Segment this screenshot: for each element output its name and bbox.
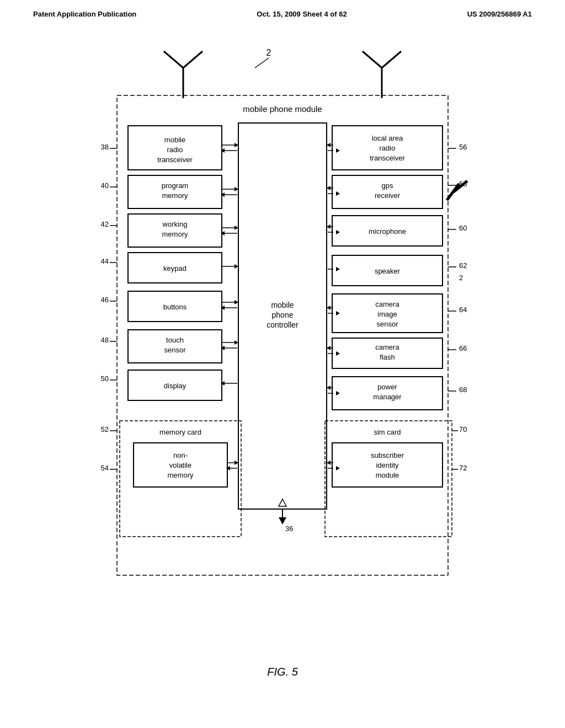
svg-marker-91: [336, 191, 340, 196]
page-header: Patent Application Publication Oct. 15, …: [0, 0, 565, 24]
svg-text:68: 68: [459, 386, 467, 394]
svg-marker-89: [327, 186, 331, 190]
header-middle: Oct. 15, 2009 Sheet 4 of 62: [257, 10, 347, 18]
svg-text:display: display: [164, 382, 186, 390]
svg-text:controller: controller: [266, 320, 299, 329]
svg-text:2: 2: [459, 274, 463, 282]
svg-text:local area: local area: [372, 134, 403, 142]
svg-marker-97: [327, 224, 331, 229]
svg-text:keypad: keypad: [163, 264, 186, 272]
svg-marker-146: [234, 461, 238, 465]
svg-text:working: working: [162, 220, 188, 228]
svg-text:mobile phone module: mobile phone module: [243, 104, 322, 114]
svg-text:flash: flash: [380, 353, 395, 361]
svg-marker-116: [336, 311, 340, 315]
svg-text:buttons: buttons: [163, 303, 187, 311]
svg-marker-114: [327, 306, 331, 310]
figure-label: FIG. 5: [0, 666, 565, 678]
svg-marker-160: [327, 461, 331, 465]
svg-text:memory: memory: [162, 191, 188, 200]
svg-text:transceiver: transceiver: [370, 154, 405, 162]
svg-marker-55: [234, 300, 238, 304]
svg-marker-164: [279, 517, 286, 524]
svg-text:40: 40: [101, 181, 109, 190]
svg-text:72: 72: [459, 464, 467, 472]
svg-marker-82: [336, 148, 340, 153]
svg-text:memory card: memory card: [159, 428, 201, 436]
svg-marker-41: [234, 226, 238, 230]
svg-text:radio: radio: [167, 146, 183, 154]
svg-text:gps: gps: [382, 181, 393, 190]
svg-text:non-: non-: [173, 451, 188, 459]
svg-text:60: 60: [459, 224, 467, 232]
svg-marker-105: [336, 267, 340, 271]
svg-text:66: 66: [459, 344, 467, 352]
svg-line-7: [382, 51, 401, 68]
svg-text:2: 2: [266, 48, 271, 57]
svg-text:70: 70: [459, 425, 467, 433]
svg-text:power: power: [377, 383, 397, 391]
svg-text:memory: memory: [162, 230, 188, 238]
svg-text:camera: camera: [375, 343, 399, 351]
svg-line-14: [447, 184, 459, 200]
svg-text:62: 62: [459, 261, 467, 270]
svg-text:48: 48: [101, 336, 109, 344]
svg-line-1: [255, 58, 269, 68]
svg-text:sensor: sensor: [164, 346, 186, 354]
svg-text:36: 36: [285, 524, 293, 533]
svg-line-3: [164, 51, 183, 68]
svg-marker-165: [279, 499, 286, 506]
svg-text:56: 56: [459, 143, 467, 151]
svg-line-6: [363, 51, 382, 68]
svg-text:transceiver: transceiver: [157, 156, 193, 164]
header-right: US 2009/256869 A1: [467, 10, 532, 18]
svg-marker-99: [336, 230, 340, 234]
svg-marker-64: [234, 340, 238, 345]
svg-marker-49: [234, 264, 238, 269]
svg-marker-162: [336, 466, 340, 470]
svg-text:42: 42: [101, 220, 109, 228]
svg-text:52: 52: [101, 425, 109, 433]
svg-text:image: image: [377, 310, 397, 318]
header-left: Patent Application Publication: [33, 10, 136, 18]
patent-diagram: 2 mobile phone module mobile phone contr…: [56, 40, 509, 647]
svg-text:44: 44: [101, 257, 109, 265]
svg-text:identity: identity: [376, 461, 399, 469]
svg-text:speaker: speaker: [375, 267, 401, 275]
svg-text:microphone: microphone: [369, 227, 406, 235]
svg-text:38: 38: [101, 143, 109, 151]
svg-text:camera: camera: [375, 300, 399, 308]
svg-text:46: 46: [101, 296, 109, 304]
svg-text:manager: manager: [373, 393, 402, 401]
svg-text:phone: phone: [272, 311, 294, 319]
svg-text:subscriber: subscriber: [371, 451, 404, 459]
svg-line-4: [183, 51, 202, 68]
svg-marker-123: [327, 346, 331, 350]
svg-text:58: 58: [459, 180, 467, 188]
svg-text:mobile: mobile: [164, 136, 185, 144]
svg-text:sim card: sim card: [374, 428, 401, 436]
diagram-container: 2 mobile phone module mobile phone contr…: [56, 40, 509, 649]
svg-marker-125: [336, 351, 340, 356]
svg-text:64: 64: [459, 306, 467, 314]
svg-marker-132: [327, 386, 331, 390]
svg-marker-134: [336, 391, 340, 395]
svg-text:memory: memory: [168, 471, 194, 479]
svg-marker-80: [327, 143, 331, 147]
svg-text:receiver: receiver: [375, 191, 401, 200]
svg-marker-23: [234, 143, 238, 147]
svg-marker-32: [234, 187, 238, 191]
svg-text:volatile: volatile: [169, 461, 191, 469]
svg-text:module: module: [376, 471, 399, 479]
svg-text:program: program: [162, 181, 188, 190]
svg-text:50: 50: [101, 374, 109, 383]
svg-text:sensor: sensor: [376, 320, 398, 328]
svg-text:54: 54: [101, 464, 109, 472]
svg-text:radio: radio: [380, 144, 396, 152]
svg-text:touch: touch: [166, 336, 184, 344]
svg-text:mobile: mobile: [271, 301, 294, 309]
